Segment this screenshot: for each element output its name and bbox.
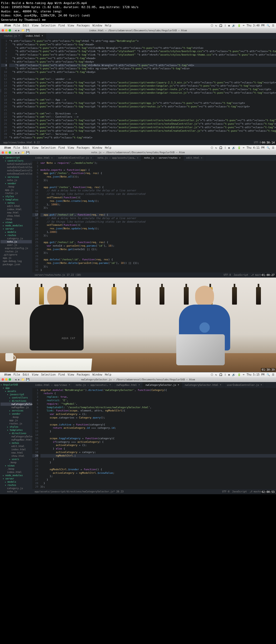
sync-icon[interactable]: ↻ (215, 146, 217, 149)
tree-file[interactable]: .keep (1, 461, 32, 464)
language-icon[interactable]: ⌨ (243, 373, 244, 376)
battery-icon[interactable]: 🔋 (237, 24, 241, 27)
language-icon[interactable]: ⌨ (243, 146, 244, 149)
tree-folder[interactable]: notes (1, 201, 32, 205)
close-button[interactable] (2, 378, 4, 381)
tab-close-icon[interactable]: × (261, 384, 262, 386)
menu-find[interactable]: Find (58, 373, 65, 376)
tree-file[interactable]: routes.js (1, 422, 32, 425)
tree-file[interactable]: routes.js (1, 250, 32, 253)
menu-help[interactable]: Help (105, 146, 111, 149)
editor-tab[interactable]: note.js — app/assets/…× (73, 382, 114, 388)
tree-folder[interactable]: styles (1, 425, 32, 428)
tree-folder[interactable]: app (1, 386, 32, 390)
menu-view2[interactable]: View (68, 24, 74, 27)
close-button[interactable] (2, 29, 4, 32)
tree-folder[interactable]: vendor (1, 182, 32, 185)
menu-edit[interactable]: Edit (23, 24, 29, 27)
sync-icon[interactable]: ↻ (215, 373, 217, 376)
menu-selection[interactable]: Selection (41, 24, 56, 27)
editor-tab[interactable]: nwPageNav.html× (114, 382, 143, 388)
save-icon[interactable]: 💾 (26, 29, 29, 32)
notification-icon[interactable]: ☰ (272, 373, 274, 376)
zoom-button[interactable] (9, 378, 11, 381)
headphones-icon[interactable]: 🎧 (219, 146, 222, 149)
status-lang[interactable]: JavaScript (234, 274, 248, 276)
tree-file[interactable]: noteShowController.js (1, 172, 32, 175)
tree-folder[interactable]: controllers (1, 396, 32, 399)
app-name[interactable]: Atom (4, 146, 11, 149)
code-editor[interactable]: 1234567891011121314151617181920212223242… (1, 39, 276, 140)
menu-file[interactable]: File (13, 373, 20, 376)
tree-file[interactable]: npm-debug.log (1, 260, 32, 263)
tree-file[interactable]: .keep (1, 415, 32, 419)
tree-folder[interactable]: server (1, 477, 32, 480)
menu-selection[interactable]: Selection (41, 373, 56, 376)
status-lang[interactable]: JavaScript (232, 490, 247, 493)
folder-icon[interactable]: 📁 (21, 378, 25, 381)
dropbox-icon[interactable]: ⬡ (211, 373, 213, 376)
tab-close-icon[interactable]: × (178, 384, 179, 386)
tree-file[interactable]: show.html (1, 454, 32, 458)
back-icon[interactable]: ◀ (15, 151, 16, 154)
tree-file[interactable]: noteCreateController.j (1, 162, 32, 166)
tree-folder[interactable]: styles (1, 195, 32, 198)
tree-folder[interactable]: notes (1, 441, 32, 445)
tree-file[interactable]: show.html (1, 214, 32, 217)
tab-close-icon[interactable]: × (51, 157, 53, 159)
tree-file[interactable]: edit.html (1, 205, 32, 208)
sync-icon[interactable]: ↻ (215, 24, 217, 27)
bluetooth-icon[interactable]: ᛒ (225, 373, 226, 376)
volume-icon[interactable]: 🔊 (232, 146, 235, 149)
status-encoding[interactable]: UTF-8 (224, 274, 231, 276)
back-icon[interactable]: ◀ (15, 378, 16, 381)
menu-view2[interactable]: View (68, 373, 74, 376)
bluetooth-icon[interactable]: ᛒ (225, 146, 226, 149)
spotlight-icon[interactable]: 🔍 (267, 146, 270, 149)
code-editor[interactable]: 2345678910111213141516171819202122232425… (32, 161, 276, 272)
tree-file[interactable]: noteEditController.js (1, 166, 32, 169)
menu-window[interactable]: Window (92, 24, 102, 27)
menu-help[interactable]: Help (105, 24, 111, 27)
dropbox-icon[interactable]: ⬡ (211, 146, 213, 149)
tab-close-icon[interactable]: × (109, 384, 111, 386)
save-icon[interactable]: 💾 (26, 151, 29, 154)
tab-close-icon[interactable]: × (139, 384, 140, 386)
spotlight-icon[interactable]: 🔍 (267, 24, 270, 27)
battery-icon[interactable]: 🔋 (237, 373, 241, 376)
folder-icon[interactable]: 📁 (21, 151, 25, 154)
editor-tab[interactable]: note.js — server/routes× (141, 155, 183, 161)
tree-file[interactable]: note.js (1, 490, 32, 493)
tree-file[interactable]: note.js (1, 240, 32, 243)
tree-folder[interactable]: services (1, 409, 32, 412)
editor-tab[interactable]: index.html× (23, 33, 46, 39)
forward-icon[interactable]: ▶ (18, 151, 20, 154)
wifi-icon[interactable]: ◉ (228, 373, 230, 376)
editor-tab[interactable]: index.html× (32, 155, 56, 161)
tree-file[interactable]: index.html (1, 471, 32, 474)
app-name[interactable]: Atom (4, 373, 11, 376)
menu-window[interactable]: Window (92, 373, 102, 376)
status-encoding[interactable]: UTF-8 (254, 141, 261, 144)
tree-folder[interactable]: views (1, 221, 32, 224)
menu-file[interactable]: File (13, 24, 20, 27)
spotlight-icon[interactable]: 🔍 (267, 373, 270, 376)
tree-folder[interactable]: controllers (1, 159, 32, 162)
zoom-button[interactable] (9, 29, 11, 32)
wifi-icon[interactable]: ◉ (228, 24, 230, 27)
tree-file[interactable]: note.js (1, 179, 32, 182)
tree-file[interactable]: .gitignore (1, 253, 32, 256)
editor-tab[interactable]: userIndexController.js× (224, 382, 265, 388)
tree-folder[interactable]: services (1, 175, 32, 179)
tree-folder[interactable]: assets (1, 390, 32, 393)
menu-help[interactable]: Help (105, 373, 111, 376)
status-encoding[interactable]: UTF-8 (222, 490, 229, 493)
forward-icon[interactable]: ▶ (18, 378, 20, 381)
tree-file[interactable]: nwPageNav.html (1, 438, 32, 441)
zoom-button[interactable] (9, 151, 11, 154)
tree-file[interactable]: category.js (1, 487, 32, 490)
menu-view[interactable]: View (32, 373, 38, 376)
notification-icon[interactable]: ☰ (272, 146, 274, 149)
tree-file[interactable]: index.html (1, 208, 32, 211)
close-button[interactable] (2, 151, 4, 154)
